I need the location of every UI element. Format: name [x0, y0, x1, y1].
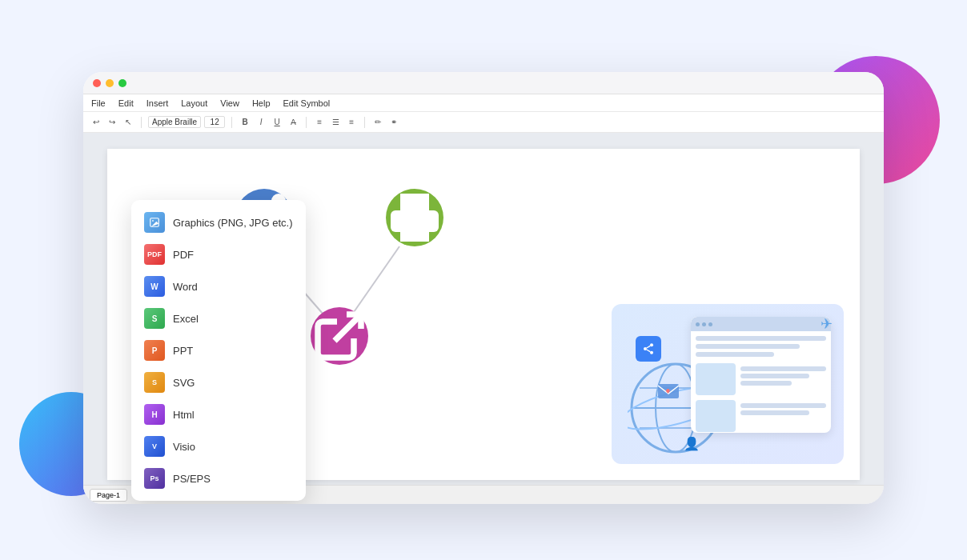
browser-line-4: [740, 366, 826, 371]
menu-bar: File Edit Insert Layout View Help Edit S…: [83, 94, 884, 112]
menu-edit[interactable]: Edit: [118, 98, 134, 108]
redo-button[interactable]: ↪: [106, 116, 118, 129]
dropdown-item-excel[interactable]: S Excel: [131, 302, 306, 334]
dropdown-item-word[interactable]: W Word: [131, 270, 306, 302]
ps-icon: Ps: [144, 468, 165, 489]
align-right-button[interactable]: ≡: [345, 116, 358, 129]
browser-window-mock: [691, 317, 831, 433]
toolbar-divider-4: [364, 117, 365, 128]
strikethrough-button[interactable]: A̶: [287, 116, 299, 129]
right-panel-illustration: ✈ 👤: [612, 304, 844, 464]
visio-icon: V: [144, 436, 165, 457]
pdf-icon: PDF: [144, 244, 165, 265]
svg-point-22: [152, 220, 154, 222]
svg-line-8: [335, 314, 361, 341]
font-size[interactable]: 12: [204, 116, 225, 128]
browser-dot-3: [708, 322, 712, 326]
graphics-label: Graphics (PNG, JPG etc.): [173, 217, 293, 229]
italic-button[interactable]: I: [255, 116, 267, 129]
browser-line-3: [696, 352, 774, 357]
browser-line-7: [740, 403, 826, 408]
title-bar: [83, 72, 884, 94]
underline-button[interactable]: U: [271, 116, 283, 129]
pdf-label: PDF: [173, 249, 194, 261]
svg-label: SVG: [173, 377, 195, 389]
browser-line-6: [740, 381, 792, 386]
menu-layout[interactable]: Layout: [181, 98, 207, 108]
ppt-label: PPT: [173, 345, 193, 357]
menu-edit-symbol[interactable]: Edit Symbol: [283, 98, 331, 108]
browser-line-8: [740, 410, 809, 415]
close-button[interactable]: [93, 79, 101, 87]
maximize-button[interactable]: [118, 79, 126, 87]
toolbar-divider-1: [141, 117, 142, 128]
page-tab[interactable]: Page-1: [90, 489, 127, 502]
dropdown-item-html[interactable]: H Html: [131, 398, 306, 430]
outer-container: File Edit Insert Layout View Help Edit S…: [43, 32, 924, 528]
word-label: Word: [173, 281, 198, 293]
html-label: Html: [173, 409, 195, 421]
toolbar-divider-2: [231, 117, 232, 128]
align-left-button[interactable]: ≡: [313, 116, 326, 129]
export-node[interactable]: [311, 307, 368, 365]
html-icon: H: [144, 404, 165, 425]
pen-tool[interactable]: ✏: [371, 116, 384, 129]
toolbar: ↩ ↪ ↖ Apple Braille 12 B I U A̶ ≡ ☰ ≡ ✏ …: [83, 112, 884, 133]
browser-dot-2: [702, 322, 706, 326]
dropdown-item-ps[interactable]: Ps PS/EPS: [131, 462, 306, 494]
pointer-tool[interactable]: ↖: [122, 116, 134, 129]
font-selector[interactable]: Apple Braille: [148, 116, 201, 128]
align-center-button[interactable]: ☰: [329, 116, 342, 129]
graphics-icon: [144, 212, 165, 233]
menu-insert[interactable]: Insert: [146, 98, 169, 108]
dropdown-item-pdf[interactable]: PDF PDF: [131, 238, 306, 270]
minimize-button[interactable]: [106, 79, 114, 87]
menu-help[interactable]: Help: [252, 98, 271, 108]
dropdown-item-svg[interactable]: S SVG: [131, 366, 306, 398]
dropdown-item-visio[interactable]: V Visio: [131, 430, 306, 462]
browser-line-5: [740, 374, 809, 378]
excel-icon: S: [144, 308, 165, 329]
link-tool[interactable]: ⚭: [387, 116, 400, 129]
browser-dot-1: [696, 322, 700, 326]
device-frame: File Edit Insert Layout View Help Edit S…: [83, 72, 884, 504]
bold-button[interactable]: B: [239, 116, 251, 129]
menu-view[interactable]: View: [220, 98, 239, 108]
plane-icon: ✈: [821, 315, 833, 333]
menu-file[interactable]: File: [91, 98, 106, 108]
ps-label: PS/EPS: [173, 473, 211, 485]
print-node[interactable]: [386, 189, 443, 246]
browser-title-bar: [691, 317, 831, 331]
svg-icon: S: [144, 372, 165, 393]
ppt-icon: P: [144, 340, 165, 361]
svg-rect-7: [400, 222, 429, 242]
person-icon: 👤: [684, 436, 700, 451]
browser-content: [691, 331, 831, 433]
word-icon: W: [144, 276, 165, 297]
dropdown-item-ppt[interactable]: P PPT: [131, 334, 306, 366]
undo-button[interactable]: ↩: [90, 116, 102, 129]
visio-label: Visio: [173, 441, 195, 453]
export-dropdown-menu: Graphics (PNG, JPG etc.) PDF PDF W Word …: [131, 200, 306, 501]
dropdown-item-graphics[interactable]: Graphics (PNG, JPG etc.): [131, 206, 306, 238]
toolbar-divider-3: [306, 117, 307, 128]
excel-label: Excel: [173, 313, 199, 325]
browser-line-1: [696, 336, 826, 341]
browser-line-2: [696, 344, 800, 349]
